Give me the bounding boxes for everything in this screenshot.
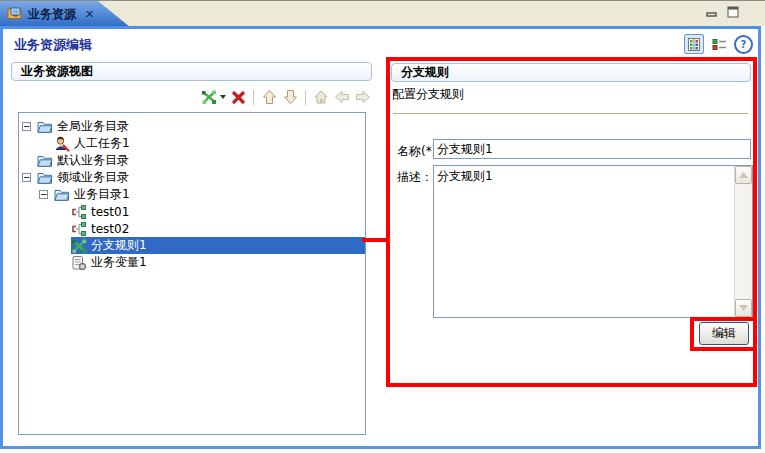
move-down-button[interactable] bbox=[281, 88, 299, 106]
tree-item-label: test02 bbox=[91, 222, 133, 236]
manual-task-icon bbox=[54, 136, 70, 152]
right-panel-title: 分支规则 bbox=[401, 64, 449, 81]
minimize-icon[interactable] bbox=[706, 6, 719, 21]
branch-icon bbox=[71, 238, 87, 254]
tree-item-分支规则1[interactable]: 分支规则1 bbox=[19, 237, 365, 254]
tree-item-body[interactable]: 领域业务目录 bbox=[37, 169, 365, 186]
resource-tree: −全局业务目录人工任务1默认业务目录−领域业务目录−业务目录1test01tes… bbox=[18, 112, 366, 435]
tree-item-label: 分支规则1 bbox=[91, 237, 151, 254]
toolbar-separator bbox=[305, 90, 306, 105]
page-title: 业务资源编辑 bbox=[14, 36, 92, 54]
title-actions: ? bbox=[684, 34, 753, 54]
description-scrollbar[interactable] bbox=[734, 166, 752, 317]
delete-resource-button[interactable] bbox=[229, 88, 247, 106]
dropdown-caret-icon[interactable] bbox=[220, 95, 226, 99]
scroll-down-icon[interactable] bbox=[735, 299, 752, 317]
forward-button bbox=[354, 88, 372, 106]
tree-item-body[interactable]: 业务目录1 bbox=[54, 186, 365, 203]
tab-close-icon[interactable]: ✕ bbox=[85, 8, 94, 21]
tab-business-resource[interactable]: 业务资源 ✕ bbox=[0, 1, 130, 27]
tree-item-领域业务目录[interactable]: −领域业务目录 bbox=[19, 169, 365, 186]
folder-icon bbox=[37, 170, 53, 186]
tree-item-label: 全局业务目录 bbox=[57, 118, 133, 135]
edit-button[interactable]: 编辑 bbox=[699, 322, 749, 345]
tree-item-业务目录1[interactable]: −业务目录1 bbox=[19, 186, 365, 203]
tree-item-test01[interactable]: test01 bbox=[19, 203, 365, 220]
list-view-icon bbox=[712, 38, 727, 51]
scroll-up-icon[interactable] bbox=[735, 166, 752, 184]
expander-minus-icon[interactable]: − bbox=[22, 173, 31, 182]
tree-item-label: test01 bbox=[91, 205, 133, 219]
list-view-toggle[interactable] bbox=[710, 35, 728, 53]
folder-icon bbox=[37, 119, 53, 135]
tree-item-body[interactable]: 全局业务目录 bbox=[37, 118, 365, 135]
tree-item-test02[interactable]: test02 bbox=[19, 220, 365, 237]
form-separator bbox=[393, 113, 748, 114]
ruleflow-icon bbox=[71, 221, 87, 237]
tree-item-body[interactable]: test02 bbox=[71, 220, 365, 237]
help-icon[interactable]: ? bbox=[734, 35, 753, 54]
right-panel-header: 分支规则 bbox=[391, 63, 751, 82]
business-resource-tab-icon bbox=[7, 5, 23, 24]
grid-view-toggle[interactable] bbox=[684, 34, 704, 54]
left-panel-header: 业务资源视图 bbox=[11, 62, 372, 81]
tree-item-默认业务目录[interactable]: 默认业务目录 bbox=[19, 152, 365, 169]
tree-item-label: 业务目录1 bbox=[74, 186, 134, 203]
tree-item-body[interactable]: 默认业务目录 bbox=[37, 152, 365, 169]
variable-icon bbox=[71, 255, 87, 271]
description-textarea[interactable]: 分支规则1 bbox=[433, 165, 753, 318]
name-input[interactable] bbox=[433, 139, 751, 159]
expander-minus-icon[interactable]: − bbox=[39, 190, 48, 199]
tree-item-body[interactable]: 分支规则1 bbox=[71, 237, 365, 254]
folder-icon bbox=[54, 187, 70, 203]
description-field-label: 描述： bbox=[397, 169, 433, 186]
tree-item-全局业务目录[interactable]: −全局业务目录 bbox=[19, 118, 365, 135]
description-value: 分支规则1 bbox=[434, 166, 734, 317]
grid-view-icon bbox=[688, 38, 700, 51]
tree-item-body[interactable]: 业务变量1 bbox=[71, 254, 365, 271]
expander-minus-icon[interactable]: − bbox=[22, 122, 31, 131]
tree-item-人工任务1[interactable]: 人工任务1 bbox=[19, 135, 365, 152]
tab-strip: 业务资源 ✕ bbox=[0, 0, 765, 26]
tree-item-label: 领域业务目录 bbox=[57, 169, 133, 186]
toolbar-separator bbox=[253, 90, 254, 105]
tab-title: 业务资源 bbox=[28, 6, 76, 23]
tree-item-label: 人工任务1 bbox=[74, 135, 134, 152]
tree-item-label: 业务变量1 bbox=[91, 254, 151, 271]
tree-item-业务变量1[interactable]: 业务变量1 bbox=[19, 254, 365, 271]
maximize-icon[interactable] bbox=[727, 6, 740, 21]
business-resource-editor-view: 业务资源 ✕ 业务资源编辑 bbox=[0, 0, 765, 453]
tree-item-body[interactable]: 人工任务1 bbox=[54, 135, 365, 152]
move-up-button[interactable] bbox=[260, 88, 278, 106]
tree-item-label: 默认业务目录 bbox=[57, 152, 133, 169]
tree-item-body[interactable]: test01 bbox=[71, 203, 365, 220]
add-resource-button[interactable] bbox=[200, 88, 226, 106]
ruleflow-icon bbox=[71, 204, 87, 220]
left-panel-title: 业务资源视图 bbox=[21, 63, 93, 80]
right-panel-subtitle: 配置分支规则 bbox=[392, 86, 464, 103]
folder-icon bbox=[37, 153, 53, 169]
tree-toolbar bbox=[186, 87, 372, 107]
back-button bbox=[333, 88, 351, 106]
home-button bbox=[312, 88, 330, 106]
